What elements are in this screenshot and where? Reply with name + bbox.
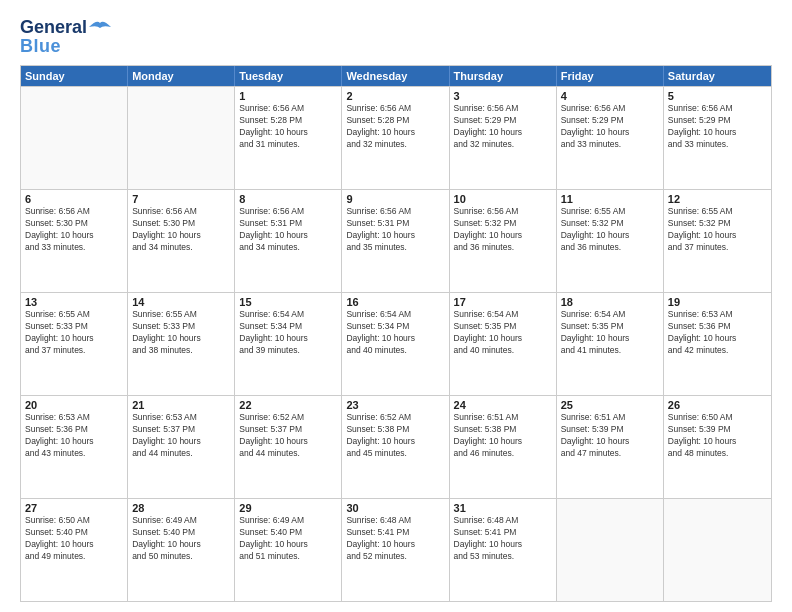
day-info-15: Sunrise: 6:54 AM Sunset: 5:34 PM Dayligh… bbox=[239, 309, 337, 357]
day-number-22: 22 bbox=[239, 399, 337, 411]
day-number-26: 26 bbox=[668, 399, 767, 411]
day-number-31: 31 bbox=[454, 502, 552, 514]
day-number-10: 10 bbox=[454, 193, 552, 205]
day-cell-16: 16Sunrise: 6:54 AM Sunset: 5:34 PM Dayli… bbox=[342, 293, 449, 395]
day-cell-28: 28Sunrise: 6:49 AM Sunset: 5:40 PM Dayli… bbox=[128, 499, 235, 601]
header-friday: Friday bbox=[557, 66, 664, 86]
day-cell-15: 15Sunrise: 6:54 AM Sunset: 5:34 PM Dayli… bbox=[235, 293, 342, 395]
day-info-26: Sunrise: 6:50 AM Sunset: 5:39 PM Dayligh… bbox=[668, 412, 767, 460]
calendar-row-4: 20Sunrise: 6:53 AM Sunset: 5:36 PM Dayli… bbox=[21, 395, 771, 498]
day-cell-17: 17Sunrise: 6:54 AM Sunset: 5:35 PM Dayli… bbox=[450, 293, 557, 395]
day-cell-9: 9Sunrise: 6:56 AM Sunset: 5:31 PM Daylig… bbox=[342, 190, 449, 292]
day-cell-13: 13Sunrise: 6:55 AM Sunset: 5:33 PM Dayli… bbox=[21, 293, 128, 395]
day-cell-4: 4Sunrise: 6:56 AM Sunset: 5:29 PM Daylig… bbox=[557, 87, 664, 189]
day-info-5: Sunrise: 6:56 AM Sunset: 5:29 PM Dayligh… bbox=[668, 103, 767, 151]
day-info-13: Sunrise: 6:55 AM Sunset: 5:33 PM Dayligh… bbox=[25, 309, 123, 357]
day-number-25: 25 bbox=[561, 399, 659, 411]
calendar-body: 1Sunrise: 6:56 AM Sunset: 5:28 PM Daylig… bbox=[21, 86, 771, 601]
header-thursday: Thursday bbox=[450, 66, 557, 86]
day-number-4: 4 bbox=[561, 90, 659, 102]
day-info-4: Sunrise: 6:56 AM Sunset: 5:29 PM Dayligh… bbox=[561, 103, 659, 151]
day-cell-18: 18Sunrise: 6:54 AM Sunset: 5:35 PM Dayli… bbox=[557, 293, 664, 395]
day-cell-24: 24Sunrise: 6:51 AM Sunset: 5:38 PM Dayli… bbox=[450, 396, 557, 498]
day-info-9: Sunrise: 6:56 AM Sunset: 5:31 PM Dayligh… bbox=[346, 206, 444, 254]
header-saturday: Saturday bbox=[664, 66, 771, 86]
day-info-8: Sunrise: 6:56 AM Sunset: 5:31 PM Dayligh… bbox=[239, 206, 337, 254]
day-number-29: 29 bbox=[239, 502, 337, 514]
day-number-23: 23 bbox=[346, 399, 444, 411]
calendar: SundayMondayTuesdayWednesdayThursdayFrid… bbox=[20, 65, 772, 602]
day-cell-7: 7Sunrise: 6:56 AM Sunset: 5:30 PM Daylig… bbox=[128, 190, 235, 292]
day-info-10: Sunrise: 6:56 AM Sunset: 5:32 PM Dayligh… bbox=[454, 206, 552, 254]
logo-text: General bbox=[20, 18, 112, 36]
day-number-30: 30 bbox=[346, 502, 444, 514]
day-number-12: 12 bbox=[668, 193, 767, 205]
day-info-16: Sunrise: 6:54 AM Sunset: 5:34 PM Dayligh… bbox=[346, 309, 444, 357]
logo: General Blue bbox=[20, 18, 112, 57]
day-info-27: Sunrise: 6:50 AM Sunset: 5:40 PM Dayligh… bbox=[25, 515, 123, 563]
day-number-28: 28 bbox=[132, 502, 230, 514]
day-info-11: Sunrise: 6:55 AM Sunset: 5:32 PM Dayligh… bbox=[561, 206, 659, 254]
day-cell-10: 10Sunrise: 6:56 AM Sunset: 5:32 PM Dayli… bbox=[450, 190, 557, 292]
day-info-30: Sunrise: 6:48 AM Sunset: 5:41 PM Dayligh… bbox=[346, 515, 444, 563]
day-number-13: 13 bbox=[25, 296, 123, 308]
calendar-row-2: 6Sunrise: 6:56 AM Sunset: 5:30 PM Daylig… bbox=[21, 189, 771, 292]
day-cell-8: 8Sunrise: 6:56 AM Sunset: 5:31 PM Daylig… bbox=[235, 190, 342, 292]
day-number-9: 9 bbox=[346, 193, 444, 205]
day-number-1: 1 bbox=[239, 90, 337, 102]
day-cell-27: 27Sunrise: 6:50 AM Sunset: 5:40 PM Dayli… bbox=[21, 499, 128, 601]
day-cell-26: 26Sunrise: 6:50 AM Sunset: 5:39 PM Dayli… bbox=[664, 396, 771, 498]
day-number-7: 7 bbox=[132, 193, 230, 205]
day-number-8: 8 bbox=[239, 193, 337, 205]
page-header: General Blue bbox=[20, 18, 772, 57]
day-number-20: 20 bbox=[25, 399, 123, 411]
day-info-29: Sunrise: 6:49 AM Sunset: 5:40 PM Dayligh… bbox=[239, 515, 337, 563]
day-info-18: Sunrise: 6:54 AM Sunset: 5:35 PM Dayligh… bbox=[561, 309, 659, 357]
logo-bird-icon bbox=[89, 19, 111, 35]
day-number-14: 14 bbox=[132, 296, 230, 308]
empty-cell-0-1 bbox=[128, 87, 235, 189]
day-info-31: Sunrise: 6:48 AM Sunset: 5:41 PM Dayligh… bbox=[454, 515, 552, 563]
empty-cell-4-5 bbox=[557, 499, 664, 601]
day-info-25: Sunrise: 6:51 AM Sunset: 5:39 PM Dayligh… bbox=[561, 412, 659, 460]
day-cell-23: 23Sunrise: 6:52 AM Sunset: 5:38 PM Dayli… bbox=[342, 396, 449, 498]
header-tuesday: Tuesday bbox=[235, 66, 342, 86]
day-number-18: 18 bbox=[561, 296, 659, 308]
day-cell-31: 31Sunrise: 6:48 AM Sunset: 5:41 PM Dayli… bbox=[450, 499, 557, 601]
day-info-28: Sunrise: 6:49 AM Sunset: 5:40 PM Dayligh… bbox=[132, 515, 230, 563]
day-cell-21: 21Sunrise: 6:53 AM Sunset: 5:37 PM Dayli… bbox=[128, 396, 235, 498]
day-cell-1: 1Sunrise: 6:56 AM Sunset: 5:28 PM Daylig… bbox=[235, 87, 342, 189]
day-number-3: 3 bbox=[454, 90, 552, 102]
day-info-14: Sunrise: 6:55 AM Sunset: 5:33 PM Dayligh… bbox=[132, 309, 230, 357]
day-number-11: 11 bbox=[561, 193, 659, 205]
day-number-24: 24 bbox=[454, 399, 552, 411]
day-number-27: 27 bbox=[25, 502, 123, 514]
day-number-19: 19 bbox=[668, 296, 767, 308]
day-number-5: 5 bbox=[668, 90, 767, 102]
header-sunday: Sunday bbox=[21, 66, 128, 86]
day-cell-3: 3Sunrise: 6:56 AM Sunset: 5:29 PM Daylig… bbox=[450, 87, 557, 189]
day-info-24: Sunrise: 6:51 AM Sunset: 5:38 PM Dayligh… bbox=[454, 412, 552, 460]
logo-general-text: General bbox=[20, 18, 87, 36]
day-cell-11: 11Sunrise: 6:55 AM Sunset: 5:32 PM Dayli… bbox=[557, 190, 664, 292]
day-info-23: Sunrise: 6:52 AM Sunset: 5:38 PM Dayligh… bbox=[346, 412, 444, 460]
logo-blue-text: Blue bbox=[20, 36, 61, 57]
day-number-21: 21 bbox=[132, 399, 230, 411]
day-cell-12: 12Sunrise: 6:55 AM Sunset: 5:32 PM Dayli… bbox=[664, 190, 771, 292]
day-info-20: Sunrise: 6:53 AM Sunset: 5:36 PM Dayligh… bbox=[25, 412, 123, 460]
day-cell-29: 29Sunrise: 6:49 AM Sunset: 5:40 PM Dayli… bbox=[235, 499, 342, 601]
header-monday: Monday bbox=[128, 66, 235, 86]
empty-cell-0-0 bbox=[21, 87, 128, 189]
header-wednesday: Wednesday bbox=[342, 66, 449, 86]
calendar-row-5: 27Sunrise: 6:50 AM Sunset: 5:40 PM Dayli… bbox=[21, 498, 771, 601]
empty-cell-4-6 bbox=[664, 499, 771, 601]
day-info-2: Sunrise: 6:56 AM Sunset: 5:28 PM Dayligh… bbox=[346, 103, 444, 151]
day-number-15: 15 bbox=[239, 296, 337, 308]
day-number-2: 2 bbox=[346, 90, 444, 102]
calendar-header: SundayMondayTuesdayWednesdayThursdayFrid… bbox=[21, 66, 771, 86]
day-cell-22: 22Sunrise: 6:52 AM Sunset: 5:37 PM Dayli… bbox=[235, 396, 342, 498]
day-info-6: Sunrise: 6:56 AM Sunset: 5:30 PM Dayligh… bbox=[25, 206, 123, 254]
day-number-17: 17 bbox=[454, 296, 552, 308]
day-cell-19: 19Sunrise: 6:53 AM Sunset: 5:36 PM Dayli… bbox=[664, 293, 771, 395]
day-number-6: 6 bbox=[25, 193, 123, 205]
